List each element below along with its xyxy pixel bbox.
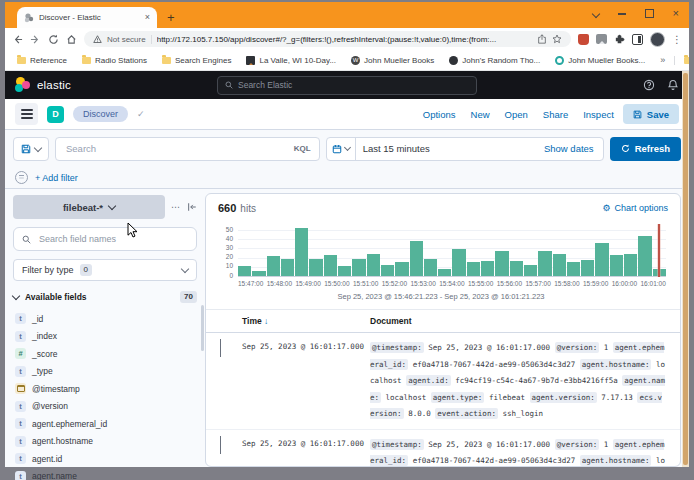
bookmark-item[interactable]: Search Engines <box>162 56 231 65</box>
close-window-button[interactable]: × <box>673 8 679 19</box>
back-icon[interactable] <box>12 34 23 45</box>
forward-icon[interactable] <box>30 34 41 45</box>
filter-by-type-button[interactable]: Filter by type 0 <box>13 259 197 281</box>
histogram-bar[interactable] <box>610 255 623 276</box>
collapse-sidebar-icon[interactable] <box>187 202 197 212</box>
query-input[interactable] <box>64 142 288 155</box>
expand-row-icon[interactable] <box>220 339 221 357</box>
histogram-bar[interactable] <box>553 254 566 276</box>
available-fields-header[interactable]: Available fields 70 <box>13 291 197 303</box>
histogram-bar[interactable] <box>467 262 480 276</box>
histogram-bar[interactable] <box>524 265 537 276</box>
histogram-bar[interactable] <box>338 266 351 276</box>
doc-field-name[interactable]: @version: <box>555 342 600 353</box>
histogram-bar[interactable] <box>481 261 494 276</box>
minimize-button[interactable] <box>618 13 626 15</box>
nav-link-share[interactable]: Share <box>543 109 568 120</box>
histogram-bar[interactable] <box>410 241 423 276</box>
global-search-input[interactable]: Search Elastic <box>217 76 477 95</box>
bookmark-item[interactable]: Reference <box>17 56 67 65</box>
bookmark-item[interactable]: John Mueller Books... <box>555 56 645 65</box>
doc-field-name[interactable]: agent.id: <box>406 375 451 386</box>
field-item[interactable]: t_index <box>13 328 197 346</box>
tab-close-icon[interactable]: × <box>145 13 150 22</box>
nav-link-open[interactable]: Open <box>505 109 528 120</box>
histogram-bar[interactable] <box>252 271 265 276</box>
column-time[interactable]: Time ↓ <box>242 316 370 326</box>
histogram-bar[interactable] <box>367 254 380 276</box>
doc-field-name[interactable]: @timestamp: <box>370 439 424 450</box>
doc-field-name[interactable]: @timestamp: <box>370 342 424 353</box>
bookmark-item[interactable]: John's Random Tho... <box>449 56 540 65</box>
field-item[interactable]: tagent.id <box>13 450 197 468</box>
saved-query-menu-button[interactable] <box>13 137 49 161</box>
field-item[interactable]: tagent.ephemeral_id <box>13 415 197 433</box>
field-search-input[interactable] <box>37 233 188 245</box>
histogram-bar[interactable] <box>567 262 580 276</box>
histogram-bar[interactable] <box>424 259 437 276</box>
extensions-puzzle-icon[interactable] <box>614 34 625 45</box>
save-button[interactable]: Save <box>623 104 679 124</box>
field-item[interactable]: t@version <box>13 398 197 416</box>
field-item[interactable]: #_score <box>13 345 197 363</box>
sort-descending-icon[interactable]: ↓ <box>264 316 268 326</box>
kql-label[interactable]: KQL <box>294 144 311 153</box>
bookmark-item[interactable]: John Mueller Books <box>351 56 434 65</box>
filter-icon[interactable] <box>15 171 28 184</box>
histogram-bar[interactable] <box>381 265 394 276</box>
home-icon[interactable] <box>66 34 77 45</box>
menu-hamburger-icon[interactable] <box>15 103 38 125</box>
chrome-menu-icon[interactable]: ⋮ <box>672 34 682 45</box>
alerts-bell-icon[interactable] <box>667 79 679 91</box>
bookmark-star-icon[interactable] <box>552 34 562 44</box>
query-search-control[interactable]: KQL <box>55 137 320 161</box>
space-avatar[interactable]: D <box>47 106 64 123</box>
share-icon[interactable] <box>537 34 547 44</box>
chart-options-button[interactable]: ⚙ Chart options <box>602 203 668 213</box>
index-pattern-select[interactable]: filebeat-* <box>13 195 165 219</box>
doc-field-name[interactable]: agent.version: <box>530 392 597 403</box>
screenshot-extension-icon[interactable] <box>596 34 607 44</box>
field-item[interactable]: t_type <box>13 363 197 381</box>
browser-tab[interactable]: Discover - Elastic × <box>17 7 157 28</box>
profile-avatar[interactable] <box>650 32 665 47</box>
histogram-bar[interactable] <box>510 261 523 276</box>
page-scrollbar-track[interactable] <box>682 71 689 467</box>
histogram-bar[interactable] <box>295 228 308 276</box>
nav-link-inspect[interactable]: Inspect <box>583 109 614 120</box>
field-item[interactable]: tagent.hostname <box>13 433 197 451</box>
histogram-bar[interactable] <box>581 260 594 276</box>
all-bookmarks-button[interactable]: All Bookmarks <box>684 56 689 65</box>
elastic-logo[interactable] <box>15 77 31 93</box>
page-scrollbar-thumb[interactable] <box>683 73 688 465</box>
bookmark-item[interactable]: La Valle, WI 10-Day... <box>246 56 336 65</box>
sidebar-scrollbar[interactable] <box>201 305 204 351</box>
time-range-value[interactable]: Last 15 minutes <box>363 143 430 154</box>
histogram-bar[interactable] <box>624 254 637 276</box>
doc-field-name[interactable]: agent.hostname: <box>580 455 652 466</box>
field-item[interactable]: tagent.name <box>13 468 197 480</box>
histogram-bar[interactable] <box>538 251 551 276</box>
field-search-control[interactable] <box>13 227 197 251</box>
histogram-bar[interactable] <box>452 249 465 276</box>
expand-row-icon[interactable] <box>220 436 221 454</box>
bookmarks-overflow-icon[interactable]: » <box>660 55 665 65</box>
doc-field-name[interactable]: event.action: <box>435 408 498 419</box>
doc-field-name[interactable]: @version: <box>555 439 600 450</box>
doc-field-name[interactable]: agent.hostname: <box>580 359 652 370</box>
address-bar[interactable]: Not secure http://172.105.7.150/app/disc… <box>84 31 571 47</box>
histogram-bar[interactable] <box>495 251 508 276</box>
add-filter-button[interactable]: + Add filter <box>35 173 78 183</box>
histogram-bar[interactable] <box>238 266 251 276</box>
breadcrumb[interactable]: Discover <box>73 106 128 122</box>
histogram-bar[interactable] <box>281 259 294 276</box>
histogram-bar[interactable] <box>309 259 322 276</box>
bookmark-item[interactable]: Radio Stations <box>82 56 147 65</box>
histogram-bar[interactable] <box>638 236 651 276</box>
histogram-bar[interactable] <box>395 262 408 276</box>
reload-icon[interactable] <box>48 34 59 45</box>
histogram-bar[interactable] <box>267 256 280 276</box>
column-document[interactable]: Document <box>370 316 670 326</box>
more-options-icon[interactable]: ⋯ <box>171 202 181 212</box>
help-icon[interactable] <box>643 79 655 91</box>
